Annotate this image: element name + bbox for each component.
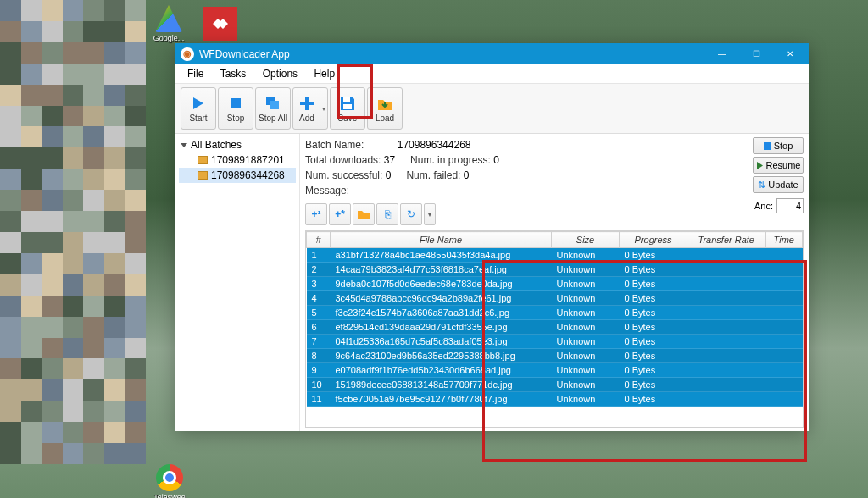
batch-tree: All Batches 1709891887201 1709896344268	[175, 134, 300, 431]
chrome-icon[interactable]: Tejaswee Chrome	[151, 464, 188, 498]
downloads-table-wrap[interactable]: # File Name Size Progress Transfer Rate …	[305, 230, 804, 428]
pixelated-region	[0, 0, 146, 464]
table-row[interactable]: 10151989decee068813148a57709f771dc.jpgUn…	[307, 378, 803, 392]
refresh-button[interactable]: ↻	[400, 203, 422, 225]
anc-input[interactable]	[776, 198, 804, 213]
stop-icon	[226, 94, 245, 113]
batch-icon	[198, 171, 208, 180]
anc-row: Anc:	[754, 198, 804, 213]
downloads-table: # File Name Size Progress Transfer Rate …	[306, 231, 803, 407]
side-stop-button[interactable]: Stop	[753, 137, 804, 154]
tree-item-0[interactable]: 1709891887201	[179, 152, 296, 168]
table-row[interactable]: 39deba0c107f5d0d6eedec68e783de0da.jpgUnk…	[307, 277, 803, 291]
svg-rect-2	[270, 101, 279, 109]
svg-rect-4	[343, 104, 352, 109]
app-window: ◉ WFDownloader App — ☐ ✕ File Tasks Opti…	[175, 43, 809, 431]
batch-name: 1709896344268	[398, 139, 471, 151]
dropdown-icon: ▾	[322, 105, 326, 113]
menu-file[interactable]: File	[181, 66, 210, 81]
add-one-button[interactable]: +¹	[305, 203, 327, 225]
table-row[interactable]: 11f5cbe70051a97be95c91277b0f7780f7.jpgUn…	[307, 392, 803, 407]
start-button[interactable]: Start	[181, 87, 216, 130]
main-panel: Batch Name: 1709896344268 Total download…	[300, 134, 809, 431]
col-rate[interactable]: Transfer Rate	[687, 232, 765, 248]
table-row[interactable]: 1a31bf713278a4bc1ae48550435f3da4a.jpgUnk…	[307, 248, 803, 263]
menu-help[interactable]: Help	[307, 66, 342, 81]
table-row[interactable]: 6ef829514cd139daaa29d791cfdf3355e.jpgUnk…	[307, 320, 803, 335]
plus-icon	[298, 94, 316, 113]
side-resume-button[interactable]: Resume	[753, 157, 804, 174]
stop-button[interactable]: Stop	[218, 87, 253, 130]
anydesk-icon[interactable]	[203, 7, 237, 41]
maximize-button[interactable]: ☐	[739, 43, 773, 64]
app-icon: ◉	[181, 47, 194, 61]
col-filename[interactable]: File Name	[331, 232, 552, 248]
stopall-button[interactable]: Stop All	[255, 87, 291, 130]
tree-root[interactable]: All Batches	[179, 137, 296, 152]
save-icon	[338, 94, 357, 113]
col-time[interactable]: Time	[765, 232, 803, 248]
stopall-icon	[264, 94, 282, 113]
table-row[interactable]: 5f3c23f24c1574b7a3606a87aa31dd2c6.jpgUnk…	[307, 306, 803, 320]
table-row[interactable]: 43c45d4a9788abcc96dc94a2b89a2fe61.jpgUnk…	[307, 291, 803, 306]
toolbar: Start Stop Stop All Add▾ Save Load	[175, 84, 809, 134]
load-button[interactable]: Load	[367, 87, 403, 130]
menu-options[interactable]: Options	[256, 66, 304, 81]
export-button[interactable]: ⎘	[376, 203, 398, 225]
menubar: File Tasks Options Help	[175, 64, 809, 84]
side-update-button[interactable]: ⇅Update	[753, 176, 804, 193]
table-row[interactable]: 9e0708adf9f1b76edd5b23430d6b668ad.jpgUnk…	[307, 363, 803, 378]
table-row[interactable]: 89c64ac23100ed9b56a35ed2295388bb8.jpgUnk…	[307, 349, 803, 363]
folder-open-button[interactable]	[353, 203, 375, 225]
minimize-button[interactable]: —	[705, 43, 739, 64]
play-icon	[189, 94, 208, 113]
load-icon	[376, 94, 394, 113]
close-button[interactable]: ✕	[773, 43, 807, 64]
svg-rect-3	[343, 97, 350, 102]
save-button[interactable]: Save	[330, 87, 365, 130]
table-row[interactable]: 214caa79b3823af4d77c53f6818ca7eaf.jpgUnk…	[307, 263, 803, 277]
add-button[interactable]: Add▾	[292, 87, 328, 130]
more-dropdown[interactable]: ▾	[424, 203, 436, 225]
message-label: Message:	[305, 185, 349, 196]
table-row[interactable]: 704f1d25336a165d7c5af5c83adaf05e3.jpgUnk…	[307, 335, 803, 349]
batch-name-label: Batch Name:	[305, 139, 364, 151]
svg-rect-5	[764, 142, 771, 150]
chevron-down-icon	[181, 143, 187, 147]
menu-tasks[interactable]: Tasks	[214, 66, 253, 81]
titlebar[interactable]: ◉ WFDownloader App — ☐ ✕	[175, 43, 809, 64]
tree-item-1[interactable]: 1709896344268	[179, 168, 296, 183]
small-toolbar: +¹ +* ⎘ ↻ ▾	[305, 203, 804, 225]
col-num[interactable]: #	[307, 232, 331, 248]
col-progress[interactable]: Progress	[620, 232, 687, 248]
desktop-icon[interactable]: Google...	[153, 5, 185, 42]
svg-rect-0	[231, 98, 241, 108]
batch-icon	[198, 156, 208, 164]
add-multi-button[interactable]: +*	[329, 203, 351, 225]
col-size[interactable]: Size	[552, 232, 620, 248]
window-title: WFDownloader App	[199, 48, 705, 60]
